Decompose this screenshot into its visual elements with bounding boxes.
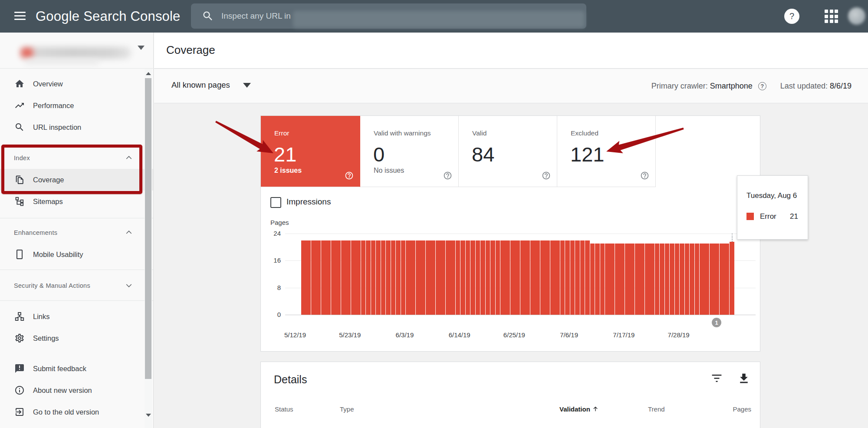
chart-bar[interactable] [545,240,550,315]
crawler-help-icon[interactable]: ? [758,82,766,90]
chart-bar[interactable] [670,244,674,315]
sidebar-item-settings[interactable]: Settings [0,327,153,349]
chart-bar[interactable] [361,240,366,315]
chart-bar[interactable] [311,240,316,315]
chart-bar[interactable] [580,240,585,315]
chart-bar[interactable] [720,244,724,315]
chart-bar[interactable] [520,240,525,315]
chart-bar[interactable] [605,244,610,315]
scrollbar-thumb[interactable] [145,78,151,379]
sidebar-item-mobile-usability[interactable]: Mobile Usability [0,244,153,265]
chart-bar[interactable] [625,244,630,315]
chart-bar[interactable] [665,244,670,315]
google-apps-icon[interactable] [825,10,838,23]
details-column-type[interactable]: Type [340,405,354,413]
chart-bar[interactable] [590,244,595,315]
chart-bar[interactable] [341,240,346,315]
details-column-pages[interactable]: Pages [733,405,751,413]
chart-bar[interactable] [714,244,719,315]
sidebar-item-about-new-version[interactable]: About new version [0,379,153,401]
chart-bar[interactable] [680,244,684,315]
chart-bar[interactable] [640,244,644,315]
chart-bar[interactable] [595,244,600,315]
card-help-icon[interactable] [640,171,649,180]
chart-bar[interactable] [391,240,396,315]
chart-bar[interactable] [426,240,431,315]
sidebar-item-submit-feedback[interactable]: Submit feedback [0,358,153,379]
chart-bar[interactable] [396,240,401,315]
chart-bar[interactable] [351,240,356,315]
status-card-valid-with-warnings[interactable]: Valid with warnings0No issues [360,116,459,187]
chart-bar[interactable] [490,240,495,315]
chart-bar[interactable] [450,240,455,315]
chart-bar[interactable] [570,240,575,315]
chart-bar[interactable] [610,244,615,315]
chart-bar[interactable] [346,240,351,315]
scroll-up-arrow-icon[interactable] [146,72,151,75]
chart-bar[interactable] [530,240,535,315]
chart-bar[interactable] [436,240,441,315]
chart-bar[interactable] [316,240,321,315]
chart-bar[interactable] [431,240,435,315]
chart-bar[interactable] [660,244,664,315]
sidebar-item-go-to-the-old-version[interactable]: Go to the old version [0,401,153,423]
avatar[interactable] [848,7,865,25]
chart-bar[interactable] [615,244,620,315]
filter-icon[interactable] [710,372,723,385]
status-card-error[interactable]: Error212 issues [261,116,360,187]
chart-bar[interactable] [421,240,425,315]
chart-bar[interactable] [650,244,654,315]
card-help-icon[interactable] [345,171,354,180]
chart-bar[interactable] [645,244,650,315]
url-inspect-searchbox[interactable]: Inspect any URL in [191,3,586,29]
chart-bar[interactable] [704,244,709,315]
chart-bar[interactable] [456,240,460,315]
chart-bar[interactable] [321,240,326,315]
chart-bar[interactable] [515,240,520,315]
chart-bar[interactable] [600,244,605,315]
chart-bar[interactable] [620,244,625,315]
chart-bar[interactable] [411,240,415,315]
chart-bar[interactable] [560,240,565,315]
card-help-icon[interactable] [542,171,551,180]
chart-bar[interactable] [695,244,700,315]
chart-bar[interactable] [690,244,694,315]
chart-bar[interactable] [724,244,729,315]
sidebar-item-url-inspection[interactable]: URL inspection [0,116,153,138]
chart-bar[interactable] [525,240,530,315]
chart-bar[interactable] [401,240,406,315]
chart-bar[interactable] [406,240,411,315]
menu-icon[interactable] [14,12,26,20]
status-card-valid[interactable]: Valid84 [459,116,557,187]
chart-bar[interactable] [510,240,515,315]
chart-bar[interactable] [331,240,336,315]
chart-bar[interactable] [630,244,635,315]
chart-bar[interactable] [336,240,341,315]
sidebar-item-performance[interactable]: Performance [0,95,153,116]
chart-bar[interactable] [356,240,361,315]
chart-bar[interactable] [635,244,640,315]
chart-bar[interactable] [381,240,386,315]
property-selector[interactable] [0,33,154,69]
sidebar-section-enhancements[interactable]: Enhancements [0,222,153,244]
chart-bar[interactable] [386,240,391,315]
chart-bar[interactable] [480,240,485,315]
impressions-checkbox[interactable] [270,197,281,208]
chart-bar[interactable] [540,240,545,315]
scope-filter-dropdown[interactable]: All known pages [171,80,251,90]
chart-bar[interactable] [555,240,560,315]
sidebar-scrollbar[interactable] [145,69,152,428]
chart-bar[interactable] [585,240,590,315]
chart-bar[interactable] [700,244,704,315]
chart-bar[interactable] [486,240,490,315]
chart-bar[interactable] [496,240,500,315]
chart-bar[interactable] [730,242,734,315]
chart-bar[interactable] [505,240,510,315]
sidebar-section-security-manual-actions[interactable]: Security & Manual Actions [0,275,153,296]
chart-bar[interactable] [301,240,306,315]
chart-bar[interactable] [466,240,470,315]
details-column-trend[interactable]: Trend [648,405,665,413]
details-column-validation[interactable]: Validation [559,405,599,413]
chart-bar[interactable] [550,240,555,315]
chart-bar[interactable] [675,244,680,315]
